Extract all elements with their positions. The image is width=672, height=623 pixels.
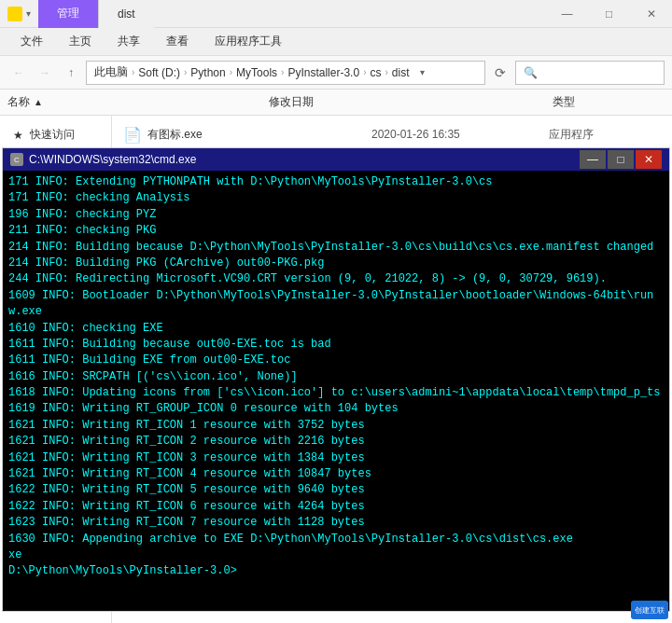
cmd-line: 1611 INFO: Building because out00-EXE.to…: [8, 337, 664, 353]
path-sep-4: ›: [281, 67, 284, 77]
maximize-button[interactable]: □: [588, 0, 630, 28]
cmd-title-controls: — □ ✕: [580, 150, 662, 169]
cmd-minimize-button[interactable]: —: [580, 150, 606, 169]
cmd-line: 1611 INFO: Building EXE from out00-EXE.t…: [8, 353, 664, 368]
cmd-line: 244 INFO: Redirecting Microsoft.VC90.CRT…: [8, 271, 664, 287]
address-bar: ← → ↑ 此电脑 › Soft (D:) › Python › MyTools…: [0, 56, 672, 90]
cmd-line: 171 INFO: checking Analysis: [8, 190, 664, 206]
sort-icon: ▲: [34, 97, 43, 107]
ribbon-tab-share[interactable]: 共享: [105, 28, 153, 55]
cmd-line: 196 INFO: checking PYZ: [8, 207, 664, 223]
file-icon: 📄: [123, 125, 142, 144]
ribbon-tab-home[interactable]: 主页: [56, 28, 105, 55]
path-dist: dist: [392, 66, 410, 79]
cmd-title-bar: C C:\WINDOWS\system32\cmd.exe — □ ✕: [3, 148, 669, 171]
cmd-line: 1621 INFO: Writing RT_ICON 3 resource wi…: [8, 450, 664, 466]
search-icon: 🔍: [524, 66, 538, 79]
path-python: Python: [190, 66, 225, 79]
cmd-icon: C: [10, 153, 23, 166]
title-bar-left: ▾: [0, 7, 38, 21]
watermark-text: 创建互联: [635, 605, 665, 616]
ribbon-tab-app-tools[interactable]: 应用程序工具: [202, 28, 295, 55]
path-mytools: MyTools: [236, 66, 277, 79]
tab-manage[interactable]: 管理: [38, 0, 99, 28]
cmd-line: 1621 INFO: Writing RT_ICON 4 resource wi…: [8, 466, 664, 482]
up-button[interactable]: ↑: [60, 62, 82, 84]
cmd-maximize-button[interactable]: □: [608, 150, 634, 169]
quickaccess-icon: ★: [11, 129, 24, 142]
cmd-line: 1618 INFO: Updating icons from ['cs\\ico…: [8, 385, 664, 401]
path-drive: Soft (D:): [138, 66, 180, 79]
ribbon-tabs: 文件 主页 共享 查看 应用程序工具: [0, 28, 672, 55]
cmd-line: 214 INFO: Building PKG (CArchive) out00-…: [8, 256, 664, 271]
minimize-button[interactable]: —: [546, 0, 588, 28]
path-sep-5: ›: [363, 67, 366, 77]
refresh-button[interactable]: ⟳: [489, 62, 511, 84]
path-cs: cs: [370, 66, 381, 79]
watermark: 创建互联: [631, 601, 668, 619]
cmd-line: 1616 INFO: SRCPATH [('cs\\icon.ico', Non…: [8, 369, 664, 385]
cmd-line: 1610 INFO: checking EXE: [8, 321, 664, 337]
cmd-line: D:\Python\MyTools\PyInstaller-3.0>: [8, 563, 664, 579]
path-dropdown-icon[interactable]: ▾: [413, 67, 432, 77]
title-tabs: 管理 dist: [38, 0, 546, 28]
cmd-line: 211 INFO: checking PKG: [8, 223, 664, 239]
file-list-header: 名称 ▲ 修改日期 类型: [0, 90, 672, 116]
path-computer: 此电脑: [94, 64, 128, 80]
title-bar: ▾ 管理 dist — □ ✕: [0, 0, 672, 28]
cmd-line: 1622 INFO: Writing RT_ICON 6 resource wi…: [8, 499, 664, 515]
title-arrow: ▾: [26, 8, 31, 19]
path-sep-6: ›: [385, 67, 387, 77]
ribbon-tab-view[interactable]: 查看: [153, 28, 202, 55]
cmd-content: 171 INFO: Extending PYTHONPATH with D:\P…: [3, 171, 669, 611]
column-name[interactable]: 名称 ▲: [7, 94, 269, 110]
cmd-line: xe: [8, 547, 664, 563]
file-name: 有图标.exe: [147, 127, 371, 143]
cmd-line: 1619 INFO: Writing RT_GROUP_ICON 0 resou…: [8, 401, 664, 417]
path-pyinstaller: PyInstaller-3.0: [287, 66, 359, 79]
column-type[interactable]: 类型: [553, 94, 665, 110]
path-sep-2: ›: [184, 67, 187, 77]
cmd-line: 1609 INFO: Bootloader D:\Python\MyTools\…: [8, 288, 664, 321]
path-sep-3: ›: [230, 67, 232, 77]
path-sep-1: ›: [132, 67, 134, 77]
cmd-title-text: C:\WINDOWS\system32\cmd.exe: [29, 153, 196, 166]
cmd-line: 171 INFO: Extending PYTHONPATH with D:\P…: [8, 174, 664, 190]
explorer-window: ▾ 管理 dist — □ ✕ 文件 主页 共享 查看 应用程序工具 ← → ↑: [0, 0, 672, 623]
cmd-close-button[interactable]: ✕: [636, 150, 662, 169]
cmd-line: 1630 INFO: Appending archive to EXE D:\P…: [8, 532, 664, 547]
column-date[interactable]: 修改日期: [269, 94, 553, 110]
search-box[interactable]: 🔍: [515, 61, 665, 85]
ribbon-tab-file[interactable]: 文件: [7, 28, 56, 55]
cmd-line: 1621 INFO: Writing RT_ICON 1 resource wi…: [8, 418, 664, 434]
ribbon: 文件 主页 共享 查看 应用程序工具: [0, 28, 672, 56]
tab-dist[interactable]: dist: [99, 0, 154, 28]
address-path[interactable]: 此电脑 › Soft (D:) › Python › MyTools › PyI…: [86, 61, 485, 85]
close-button[interactable]: ✕: [630, 0, 672, 28]
cmd-line: 214 INFO: Building because D:\Python\MyT…: [8, 240, 664, 256]
cmd-line: 1621 INFO: Writing RT_ICON 2 resource wi…: [8, 434, 664, 450]
title-controls: — □ ✕: [546, 0, 672, 28]
cmd-line: 1623 INFO: Writing RT_ICON 7 resource wi…: [8, 515, 664, 531]
search-input[interactable]: [541, 66, 656, 79]
file-type: 应用程序: [549, 127, 661, 143]
forward-button[interactable]: →: [34, 62, 56, 84]
cmd-title-left: C C:\WINDOWS\system32\cmd.exe: [10, 153, 196, 166]
file-date: 2020-01-26 16:35: [371, 128, 549, 141]
sidebar-item-quickaccess[interactable]: ★ 快速访问: [0, 123, 111, 146]
cmd-line: 1622 INFO: Writing RT_ICON 5 resource wi…: [8, 482, 664, 498]
folder-icon: [7, 7, 22, 21]
back-button[interactable]: ←: [7, 62, 30, 84]
file-row[interactable]: 📄 有图标.exe 2020-01-26 16:35 应用程序: [119, 119, 665, 149]
cmd-window: C C:\WINDOWS\system32\cmd.exe — □ ✕ 171 …: [2, 147, 670, 612]
